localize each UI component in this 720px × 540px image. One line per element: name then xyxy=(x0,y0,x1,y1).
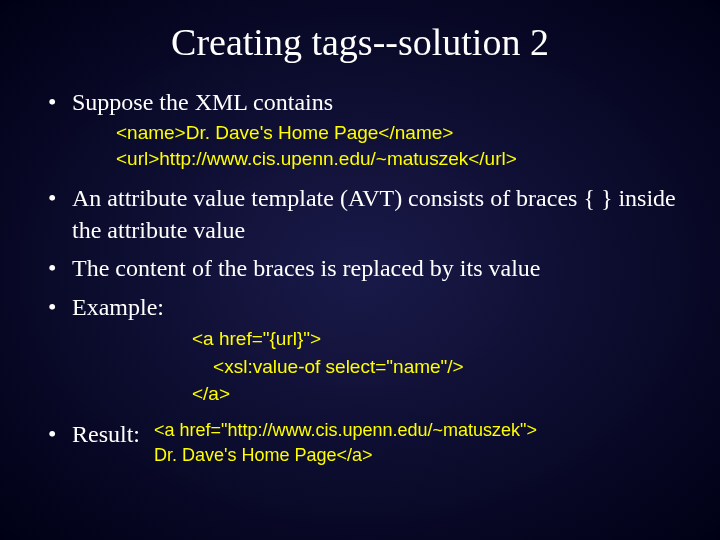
slide-title: Creating tags--solution 2 xyxy=(30,20,690,64)
bullet-avt: An attribute value template (AVT) consis… xyxy=(44,182,690,247)
bullet-text: The content of the braces is replaced by… xyxy=(72,255,540,281)
code-line: <name>Dr. Dave's Home Page</name> xyxy=(116,120,690,146)
bullet-example: Example: <a href="{url}"> <xsl:value-of … xyxy=(44,291,690,408)
code-line: <url>http://www.cis.upenn.edu/~matuszek<… xyxy=(116,146,690,172)
code-line: <a href="{url}"> xyxy=(192,325,690,353)
code-line: <xsl:value-of select="name"/> xyxy=(192,353,690,381)
bullet-result: Result: <a href="http://www.cis.upenn.ed… xyxy=(44,418,690,468)
result-code-block: <a href="http://www.cis.upenn.edu/~matus… xyxy=(154,418,537,468)
bullet-text: An attribute value template (AVT) consis… xyxy=(72,185,676,243)
bullet-text: Suppose the XML contains xyxy=(72,89,333,115)
bullet-suppose: Suppose the XML contains <name>Dr. Dave'… xyxy=(44,86,690,172)
code-line: <a href="http://www.cis.upenn.edu/~matus… xyxy=(154,418,537,443)
bullet-text: Example: xyxy=(72,294,164,320)
code-line: Dr. Dave's Home Page</a> xyxy=(154,443,537,468)
xml-code-block: <name>Dr. Dave's Home Page</name> <url>h… xyxy=(116,120,690,171)
bullet-text: Result: xyxy=(72,418,140,450)
bullet-replaced: The content of the braces is replaced by… xyxy=(44,252,690,284)
code-line: </a> xyxy=(192,380,690,408)
example-code-block: <a href="{url}"> <xsl:value-of select="n… xyxy=(192,325,690,408)
bullet-list: Suppose the XML contains <name>Dr. Dave'… xyxy=(30,86,690,468)
